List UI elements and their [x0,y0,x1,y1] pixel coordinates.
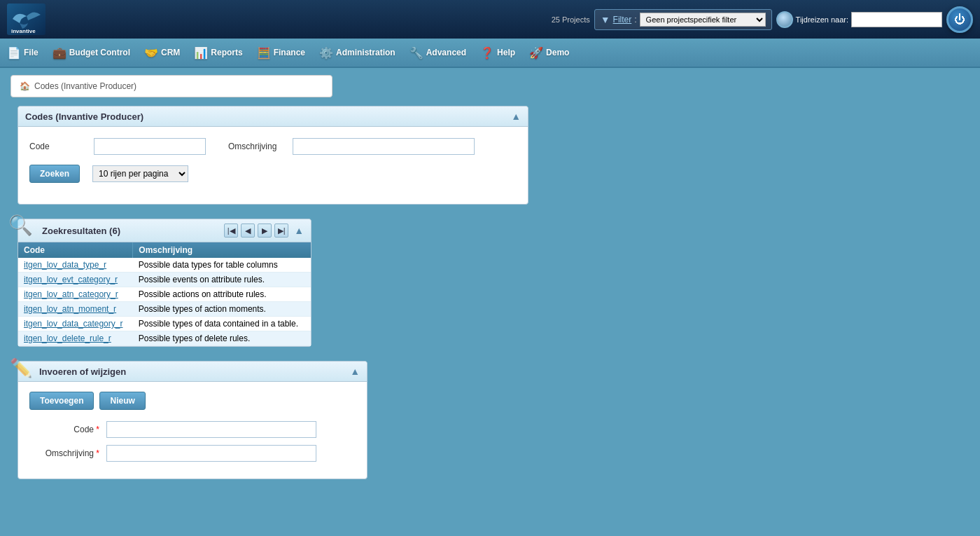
edit-panel-header: ✏️ Invoeren of wijzigen ▲ [18,362,367,382]
nav-bar: 📄 File 💼 Budget Control 🤝 CRM 📊 Reports … [0,39,980,68]
filter-select[interactable]: Geen projectspecifiek filter [640,13,766,27]
table-row: itgen_lov_atn_category_rPossible actions… [18,287,311,302]
edit-code-input[interactable] [106,421,316,438]
nav-item-reports[interactable]: 📊 Reports [187,39,249,67]
filter-colon: : [634,15,636,25]
search-form-row1: Code Omschrijving [29,138,517,155]
help-icon: ❓ [480,46,494,60]
pencil-icon: ✏️ [10,357,32,379]
crm-icon: 🤝 [144,46,158,60]
nav-item-budget[interactable]: 💼 Budget Control [46,39,137,67]
edit-omschrijving-input[interactable] [106,445,316,462]
result-omschrijving-cell: Possible types of data contained in a ta… [133,317,311,331]
nav-next-btn[interactable]: ▶ [258,224,272,238]
search-button[interactable]: Zoeken [29,165,80,183]
result-omschrijving-cell: Possible events on attribute rules. [133,273,311,287]
nav-label-help: Help [497,48,515,57]
search-panel-collapse[interactable]: ▲ [511,111,521,122]
demo-icon: 🚀 [529,46,543,60]
nav-item-help[interactable]: ❓ Help [473,39,522,67]
search-panel-title: Codes (Invantive Producer) [25,111,144,122]
omschrijving-required-star: * [96,448,99,458]
table-row: itgen_lov_evt_category_rPossible events … [18,273,311,287]
add-button[interactable]: Toevoegen [29,392,94,410]
filter-funnel-icon: ▼ [601,14,610,25]
omschrijving-label: Omschrijving [228,142,284,151]
table-row: itgen_lov_atn_moment_rPossible types of … [18,302,311,317]
nav-label-finance: Finance [274,48,305,57]
code-label: Code [29,142,85,151]
results-panel: 🔍 Zoekresultaten (6) |◀ ◀ ▶ ▶| ▲ Code Om… [18,219,312,347]
tijdreizen-label: Tijdreizen naar: [796,15,848,24]
result-code-cell[interactable]: itgen_lov_data_type_r [18,258,133,273]
result-code-cell[interactable]: itgen_lov_delete_rule_r [18,331,133,346]
result-code-cell[interactable]: itgen_lov_atn_moment_r [18,302,133,317]
tijdreizen-icon [776,11,793,28]
edit-omschrijving-row: Omschrijving * [29,445,356,462]
administration-icon: ⚙️ [319,46,333,60]
result-code-cell[interactable]: itgen_lov_data_category_r [18,317,133,331]
results-table-body: itgen_lov_data_type_rPossible data types… [18,258,311,346]
power-button[interactable]: ⏻ [946,6,973,33]
results-panel-header: 🔍 Zoekresultaten (6) |◀ ◀ ▶ ▶| ▲ [18,219,311,242]
projects-count: 25 Projects [552,15,590,24]
nav-label-demo: Demo [546,48,569,57]
search-form-row2: Zoeken 10 rijen per pagina 5 rijen per p… [29,165,517,183]
search-panel-title-area: Codes (Invantive Producer) [25,111,144,122]
search-panel: Codes (Invantive Producer) ▲ Code Omschr… [18,106,528,205]
nav-item-advanced[interactable]: 🔧 Advanced [402,39,473,67]
logo-icon: invantive [7,4,46,35]
budget-icon: 💼 [52,46,66,60]
edit-code-label: Code * [29,425,99,434]
filter-label[interactable]: Filter [613,15,632,25]
edit-omschrijving-label: Omschrijving * [29,448,99,458]
result-code-cell[interactable]: itgen_lov_evt_category_r [18,273,133,287]
results-table: Code Omschrijving itgen_lov_data_type_rP… [18,242,311,346]
top-right-area: 25 Projects ▼ Filter : Geen projectspeci… [552,6,973,33]
results-panel-title: Zoekresultaten (6) [42,226,120,236]
nav-item-demo[interactable]: 🚀 Demo [522,39,576,67]
tijdreizen-area: Tijdreizen naar: [776,11,942,28]
omschrijving-input[interactable] [293,138,475,155]
result-omschrijving-cell: Possible types of delete rules. [133,331,311,346]
nav-prev-btn[interactable]: ◀ [241,224,255,238]
edit-title-area: Invoeren of wijzigen [39,366,126,377]
nav-label-advanced: Advanced [426,48,466,57]
top-bar: invantive 25 Projects ▼ Filter : Geen pr… [0,0,980,39]
file-icon: 📄 [7,46,21,60]
magnifier-icon: 🔍 [8,214,33,237]
result-omschrijving-cell: Possible actions on attribute rules. [133,287,311,302]
edit-panel: ✏️ Invoeren of wijzigen ▲ Toevoegen Nieu… [18,361,368,479]
results-panel-collapse[interactable]: ▲ [294,225,304,236]
results-table-header-row: Code Omschrijving [18,242,311,258]
new-button[interactable]: Nieuw [99,392,145,410]
logo-area: invantive [7,4,48,35]
svg-text:invantive: invantive [11,28,36,34]
nav-item-administration[interactable]: ⚙️ Administration [312,39,402,67]
nav-first-btn[interactable]: |◀ [224,224,238,238]
result-code-cell[interactable]: itgen_lov_atn_category_r [18,287,133,302]
results-title-area: Zoekresultaten (6) [42,226,120,236]
reports-icon: 📊 [194,46,208,60]
table-row: itgen_lov_data_type_rPossible data types… [18,258,311,273]
nav-label-budget: Budget Control [69,48,130,57]
code-required-star: * [96,425,99,434]
edit-panel-collapse[interactable]: ▲ [350,366,360,377]
result-omschrijving-cell: Possible types of action moments. [133,302,311,317]
table-row: itgen_lov_delete_rule_rPossible types of… [18,331,311,346]
nav-item-file[interactable]: 📄 File [0,39,46,67]
tijdreizen-input[interactable] [851,12,942,27]
search-panel-body: Code Omschrijving Zoeken 10 rijen per pa… [18,127,528,204]
breadcrumb-label: Codes (Invantive Producer) [34,81,136,91]
rows-select[interactable]: 10 rijen per pagina 5 rijen per pagina 2… [92,165,188,182]
nav-label-crm: CRM [161,48,180,57]
nav-item-finance[interactable]: 🧮 Finance [250,39,312,67]
nav-item-crm[interactable]: 🤝 CRM [137,39,187,67]
nav-label-administration: Administration [336,48,396,57]
col-code: Code [18,242,133,258]
nav-last-btn[interactable]: ▶| [274,224,288,238]
edit-code-row: Code * [29,421,356,438]
code-input[interactable] [94,138,206,155]
col-omschrijving: Omschrijving [133,242,311,258]
advanced-icon: 🔧 [410,46,424,60]
